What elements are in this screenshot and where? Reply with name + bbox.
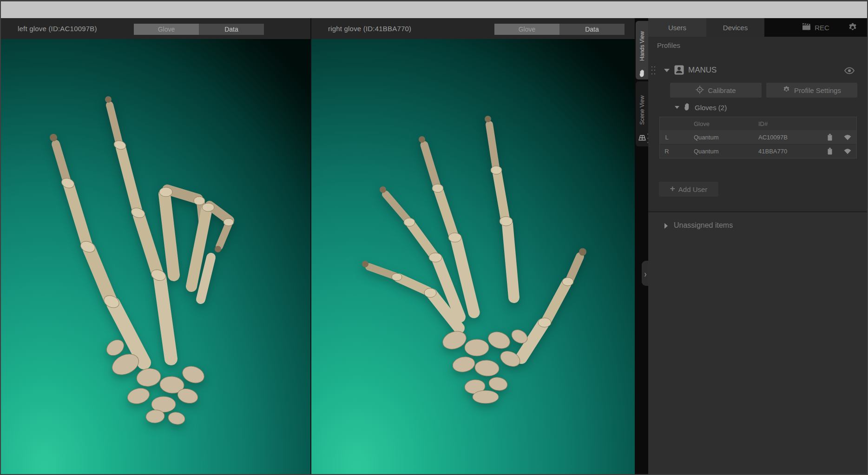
glove-id: AC10097B <box>740 134 821 141</box>
hand-icon <box>684 103 690 112</box>
manus-core-window: left glove (ID:AC10097B) Glove Data <box>0 0 868 475</box>
glove-type: Quantum <box>674 148 740 155</box>
unassigned-items-label: Unassigned items <box>674 221 733 230</box>
sidebar-tab-bar: Users Devices REC <box>648 18 867 37</box>
hand-icon <box>638 69 645 79</box>
clapperboard-icon <box>802 23 811 32</box>
glove-id: 41BBA770 <box>740 148 821 155</box>
unassigned-section: Unassigned items <box>648 212 867 474</box>
battery-icon <box>821 148 839 155</box>
glove-side: L <box>660 134 674 141</box>
right-3d-viewport[interactable] <box>311 39 635 474</box>
wifi-icon <box>839 148 856 154</box>
tab-hands-view[interactable]: Hands View <box>636 21 648 79</box>
user-badge-icon <box>674 65 684 77</box>
glove-table-header: Glove ID# <box>660 117 856 130</box>
window-titlebar[interactable] <box>1 1 867 18</box>
right-tab-glove[interactable]: Glove <box>494 24 559 35</box>
profile-name: MANUS <box>688 66 717 75</box>
left-3d-viewport[interactable] <box>1 39 310 474</box>
eye-icon[interactable] <box>844 66 855 75</box>
crosshair-icon <box>696 86 704 95</box>
glove-row-left[interactable]: L Quantum AC10097B <box>660 130 856 144</box>
gear-icon[interactable] <box>848 22 858 33</box>
glove-side: R <box>660 148 674 155</box>
add-user-label: Add User <box>678 185 708 193</box>
glove-table: Glove ID# L Quantum AC10097B <box>659 117 857 158</box>
right-pane-tab-group: Glove Data <box>494 24 625 35</box>
scene-view-label: Scene View <box>639 95 645 125</box>
glove-row-right[interactable]: R Quantum 41BBA770 <box>660 144 856 158</box>
left-tab-data[interactable]: Data <box>199 24 264 35</box>
rec-label: REC <box>815 24 829 32</box>
glove-type: Quantum <box>674 134 740 141</box>
right-tab-data[interactable]: Data <box>559 24 625 35</box>
calibrate-button[interactable]: Calibrate <box>670 83 762 98</box>
column-glove: Glove <box>674 120 740 127</box>
unassigned-items-header[interactable]: Unassigned items <box>648 221 867 232</box>
add-user-button[interactable]: + Add User <box>659 182 718 197</box>
profiles-section-title: Profiles <box>657 41 680 49</box>
gloves-section-header[interactable]: Gloves (2) <box>648 103 867 113</box>
wifi-icon <box>839 134 856 140</box>
hands-view-label: Hands View <box>639 31 645 61</box>
left-pane-title: left glove (ID:AC10097B) <box>18 25 97 33</box>
drag-handle-icon[interactable] <box>651 66 655 75</box>
left-glove-pane: left glove (ID:AC10097B) Glove Data <box>1 18 310 474</box>
right-pane-header: right glove (ID:41BBA770) Glove Data <box>311 18 635 39</box>
view-tab-strip: Hands View Scene View <box>635 18 648 474</box>
right-glove-pane: right glove (ID:41BBA770) Glove Data <box>311 18 635 474</box>
profile-row-manus[interactable]: MANUS <box>648 65 867 77</box>
left-pane-header: left glove (ID:AC10097B) Glove Data <box>1 18 310 39</box>
right-skeletal-hand <box>311 39 635 474</box>
gear-icon <box>783 86 790 95</box>
profile-settings-button[interactable]: Profile Settings <box>766 83 857 98</box>
expand-caret-icon <box>664 223 668 229</box>
left-pane-tab-group: Glove Data <box>134 24 264 35</box>
tab-scene-view[interactable]: Scene View <box>636 81 648 146</box>
chevron-right-icon: › <box>644 268 647 279</box>
left-tab-glove[interactable]: Glove <box>134 24 199 35</box>
collapse-caret-icon[interactable] <box>664 69 670 72</box>
battery-icon <box>821 134 839 141</box>
gloves-section-title: Gloves (2) <box>695 104 727 112</box>
column-id: ID# <box>740 120 821 127</box>
tab-users[interactable]: Users <box>648 18 706 37</box>
left-skeletal-hand <box>1 39 310 474</box>
collapse-caret-icon <box>675 106 679 109</box>
sidebar: Users Devices REC Profiles <box>648 18 867 474</box>
scene-grid-icon <box>638 134 646 143</box>
profile-settings-label: Profile Settings <box>794 86 841 94</box>
profile-actions: Calibrate Profile Settings <box>648 83 867 98</box>
calibrate-label: Calibrate <box>708 86 736 94</box>
plus-icon: + <box>670 184 675 194</box>
right-pane-title: right glove (ID:41BBA770) <box>328 25 411 33</box>
tab-devices[interactable]: Devices <box>706 18 764 37</box>
